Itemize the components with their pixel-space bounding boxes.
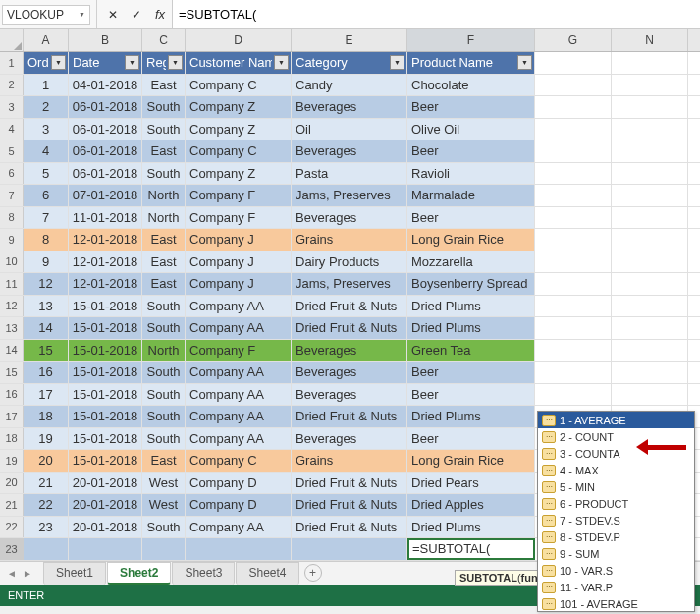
cell[interactable] (535, 317, 612, 339)
cell[interactable]: Company AA (186, 362, 292, 383)
cell[interactable]: South (142, 517, 186, 538)
cell[interactable]: Beer (407, 362, 535, 383)
cell[interactable]: 15-01-2018 (69, 296, 142, 317)
cell[interactable]: Company AA (186, 384, 292, 406)
cell[interactable]: South (142, 317, 186, 339)
cell[interactable]: Company AA (186, 317, 292, 339)
cell[interactable] (535, 75, 612, 96)
row-header[interactable]: 23 (0, 538, 24, 560)
cell[interactable]: Company J (186, 229, 292, 251)
cell[interactable]: Beverages (292, 428, 407, 450)
column-header[interactable]: B (69, 29, 142, 51)
dropdown-item[interactable]: ⋯101 - AVERAGE (538, 595, 694, 611)
cell[interactable]: Mozzarella (407, 251, 535, 273)
cell[interactable]: 15-01-2018 (69, 406, 142, 427)
cell[interactable]: 7 (24, 207, 69, 229)
cell[interactable]: Company C (186, 75, 292, 96)
row-header[interactable]: 11 (0, 273, 24, 295)
cell[interactable]: Long Grain Rice (407, 450, 535, 472)
cell[interactable]: 8 (24, 229, 69, 251)
dropdown-item[interactable]: ⋯11 - VAR.P (538, 579, 694, 595)
cell[interactable]: East (142, 450, 186, 472)
active-cell[interactable]: =SUBTOTAL( (407, 538, 535, 560)
cell[interactable] (612, 317, 688, 339)
cell[interactable]: Beverages (292, 96, 407, 118)
cell[interactable] (612, 140, 688, 162)
cell[interactable]: South (142, 428, 186, 450)
column-header[interactable]: D (186, 29, 292, 51)
cell[interactable]: Company AA (186, 517, 292, 538)
name-box[interactable]: VLOOKUP ▼ (2, 5, 90, 25)
cell[interactable]: 15-01-2018 (69, 340, 142, 362)
cell[interactable]: Company C (186, 140, 292, 162)
cell[interactable]: Company D (186, 473, 292, 494)
cell[interactable] (535, 185, 612, 206)
cell[interactable]: 16 (24, 362, 69, 383)
cell[interactable]: Dried Plums (407, 296, 535, 317)
cell[interactable]: North (142, 340, 186, 362)
fx-icon[interactable]: fx (150, 5, 170, 25)
cell[interactable]: 06-01-2018 (69, 140, 142, 162)
cell[interactable]: 17 (24, 384, 69, 406)
sheet-tab[interactable]: Sheet1 (43, 562, 106, 585)
cell[interactable]: 15-01-2018 (69, 362, 142, 383)
cell[interactable]: Oil (292, 119, 407, 140)
cell[interactable]: 12-01-2018 (69, 251, 142, 273)
cell[interactable] (535, 163, 612, 185)
cell[interactable] (535, 273, 612, 295)
row-header[interactable]: 12 (0, 296, 24, 317)
cell[interactable]: East (142, 75, 186, 96)
cell[interactable]: 15-01-2018 (69, 317, 142, 339)
header-cell[interactable]: Date▼ (69, 52, 142, 74)
confirm-icon[interactable]: ✓ (127, 5, 146, 25)
cell[interactable]: 06-01-2018 (69, 119, 142, 140)
cell[interactable]: 15-01-2018 (69, 450, 142, 472)
dropdown-item[interactable]: ⋯4 - MAX (538, 462, 694, 478)
row-header[interactable]: 16 (0, 384, 24, 406)
cell[interactable]: 9 (24, 251, 69, 273)
cell[interactable]: Beverages (292, 384, 407, 406)
cell[interactable]: 13 (24, 296, 69, 317)
cell[interactable]: Company AA (186, 428, 292, 450)
cell[interactable]: Company J (186, 251, 292, 273)
row-header[interactable]: 8 (0, 207, 24, 229)
row-header[interactable]: 7 (0, 185, 24, 206)
formula-input[interactable] (172, 0, 700, 28)
cell[interactable]: Beer (407, 96, 535, 118)
cell[interactable]: East (142, 273, 186, 295)
cell[interactable]: South (142, 362, 186, 383)
cell[interactable]: Dried Plums (407, 406, 535, 427)
cell[interactable]: 20 (24, 450, 69, 472)
cell[interactable]: Company D (186, 494, 292, 516)
cell[interactable]: Company AA (186, 406, 292, 427)
cell[interactable]: Beer (407, 428, 535, 450)
cell[interactable] (535, 340, 612, 362)
dropdown-item[interactable]: ⋯6 - PRODUCT (538, 495, 694, 512)
cell[interactable]: Dried Apples (407, 494, 535, 516)
cell[interactable]: 06-01-2018 (69, 163, 142, 185)
cell[interactable] (69, 538, 142, 560)
cell[interactable] (535, 52, 612, 74)
cell[interactable]: Company AA (186, 296, 292, 317)
cell[interactable] (612, 207, 688, 229)
row-header[interactable]: 17 (0, 406, 24, 427)
cell[interactable]: 23 (24, 517, 69, 538)
cell[interactable] (612, 362, 688, 383)
cell[interactable]: 21 (24, 473, 69, 494)
column-header[interactable]: A (24, 29, 69, 51)
function-arguments-dropdown[interactable]: ⋯1 - AVERAGE⋯2 - COUNT⋯3 - COUNTA⋯4 - MA… (537, 411, 695, 612)
cell[interactable]: South (142, 163, 186, 185)
cell[interactable]: 14 (24, 317, 69, 339)
column-header[interactable]: C (142, 29, 186, 51)
sheet-tab[interactable]: Sheet4 (236, 562, 298, 585)
cell[interactable] (535, 96, 612, 118)
cell[interactable] (535, 362, 612, 383)
cell[interactable]: Beverages (292, 207, 407, 229)
row-header[interactable]: 18 (0, 428, 24, 450)
cell[interactable]: 11-01-2018 (69, 207, 142, 229)
cell[interactable]: 12-01-2018 (69, 229, 142, 251)
dropdown-item[interactable]: ⋯10 - VAR.S (538, 562, 694, 579)
cell[interactable] (535, 229, 612, 251)
cell[interactable]: 22 (24, 494, 69, 516)
cell[interactable]: Company Z (186, 119, 292, 140)
